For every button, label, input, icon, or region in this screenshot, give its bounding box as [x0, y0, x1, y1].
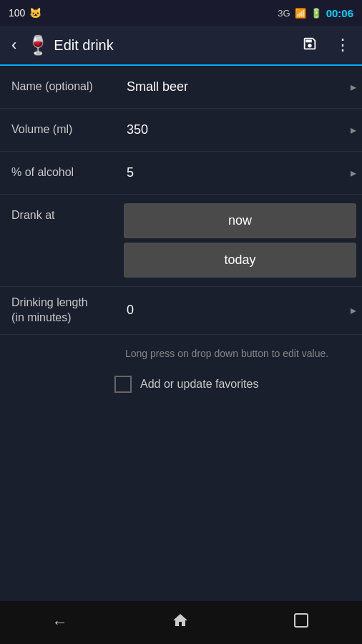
nav-recents-button[interactable]: [278, 606, 324, 639]
alcohol-label: % of alcohol: [0, 157, 118, 189]
alcohol-row: % of alcohol 5 ▸: [0, 152, 362, 195]
more-options-button[interactable]: ⋮: [329, 30, 356, 60]
signal-icon: 📶: [295, 8, 306, 19]
alcohol-value: 5: [127, 165, 134, 180]
save-button[interactable]: [296, 30, 323, 61]
volume-value: 350: [127, 122, 148, 137]
name-row: Name (optional) Small beer ▸: [0, 66, 362, 109]
action-icons: ⋮: [296, 30, 356, 61]
volume-label: Volume (ml): [0, 114, 118, 146]
svg-rect-0: [295, 614, 308, 627]
name-value: Small beer: [127, 79, 188, 94]
battery-icon: 🐱: [29, 7, 41, 19]
nav-bar: ←: [0, 601, 362, 644]
status-time: 00:06: [326, 7, 353, 19]
favorites-label: Add or update favorites: [140, 378, 258, 391]
page-title: Edit drink: [54, 37, 296, 54]
drank-at-label: Drank at: [0, 200, 118, 230]
nav-back-button[interactable]: ←: [38, 608, 82, 638]
alcohol-value-container[interactable]: 5 ▸: [118, 157, 362, 189]
nav-home-button[interactable]: [157, 606, 203, 639]
action-bar: ‹ 🍷 Edit drink ⋮: [0, 26, 362, 66]
drink-icon: 🍷: [26, 34, 49, 57]
drinking-length-label: Drinking length(in minutes): [0, 287, 118, 334]
drinking-length-value: 0: [127, 303, 134, 318]
drank-at-row: Drank at now today: [0, 195, 362, 287]
favorites-row[interactable]: Add or update favorites: [0, 367, 362, 401]
alcohol-dropdown-arrow: ▸: [351, 166, 356, 180]
back-button[interactable]: ‹: [6, 30, 22, 60]
volume-value-container[interactable]: 350 ▸: [118, 114, 362, 146]
content-area: Name (optional) Small beer ▸ Volume (ml)…: [0, 66, 362, 401]
volume-dropdown-arrow: ▸: [351, 123, 356, 137]
name-dropdown-arrow: ▸: [351, 80, 356, 94]
volume-row: Volume (ml) 350 ▸: [0, 109, 362, 152]
battery-icon-right: 🔋: [310, 8, 322, 19]
status-left: 100 🐱: [9, 7, 41, 19]
favorites-checkbox[interactable]: [114, 376, 132, 393]
drinking-length-row: Drinking length(in minutes) 0 ▸: [0, 287, 362, 335]
name-label: Name (optional): [0, 71, 118, 103]
today-button[interactable]: today: [124, 243, 356, 278]
network-icon: 3G: [278, 8, 290, 19]
drinking-length-dropdown-arrow: ▸: [351, 303, 356, 317]
status-right: 3G 📶 🔋 00:06: [278, 7, 353, 19]
now-button[interactable]: now: [124, 203, 356, 238]
name-value-container[interactable]: Small beer ▸: [118, 71, 362, 103]
helper-text: Long press on drop down button to edit v…: [0, 335, 362, 367]
drinking-length-value-container[interactable]: 0 ▸: [118, 294, 362, 326]
drank-at-label-row: Drank at now today: [0, 195, 362, 286]
drank-at-buttons: now today: [118, 200, 362, 286]
battery-level: 100: [9, 7, 25, 19]
status-bar: 100 🐱 3G 📶 🔋 00:06: [0, 0, 362, 26]
